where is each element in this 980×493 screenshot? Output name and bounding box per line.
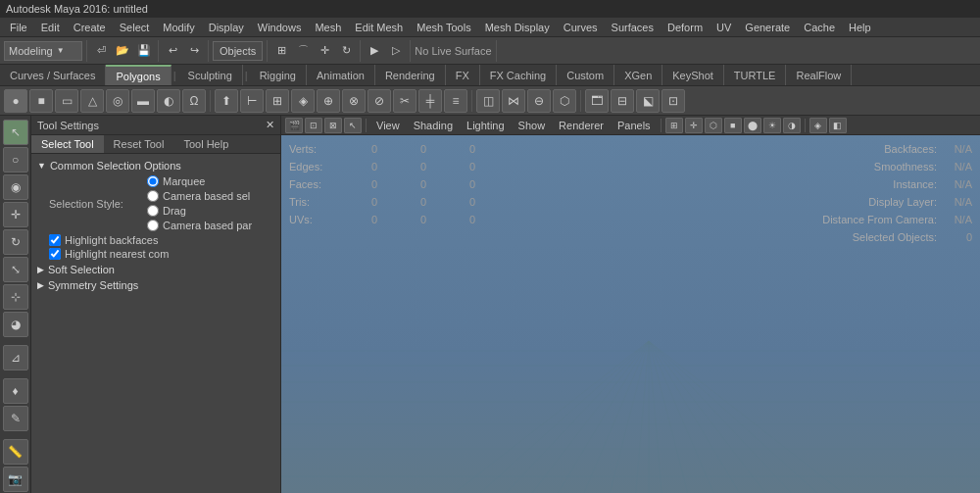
poly-cone-icon[interactable]: △ (80, 89, 104, 113)
menu-mesh[interactable]: Mesh (309, 20, 347, 35)
radio-marquee[interactable]: Marquee (147, 175, 252, 187)
ts-tab-select-tool[interactable]: Select Tool (31, 135, 104, 153)
uv-editor-icon[interactable]: 🗔 (585, 89, 609, 113)
paint-select-icon[interactable]: ◉ (3, 174, 28, 200)
poly-plane-icon[interactable]: ▬ (131, 89, 155, 113)
measure-icon[interactable]: 📏 (3, 439, 28, 465)
radio-marquee-input[interactable] (147, 175, 159, 187)
camera-icon[interactable]: 📷 (3, 467, 28, 492)
menu-curves[interactable]: Curves (558, 20, 604, 35)
soft-selection-header[interactable]: ▶ Soft Selection (37, 264, 274, 275)
vp-shaded-icon[interactable]: ■ (724, 118, 742, 133)
radio-camera-based-sel-input[interactable] (147, 190, 159, 202)
vp-lights-icon[interactable]: ☀ (763, 118, 781, 133)
ipr-render-icon[interactable]: ▷ (386, 41, 406, 61)
radio-camera-based-par-input[interactable] (147, 220, 159, 231)
menu-windows[interactable]: Windows (252, 20, 308, 35)
poly-sphere-icon[interactable]: ● (4, 89, 27, 113)
boolean-icon[interactable]: ⊖ (527, 89, 551, 113)
append-poly-icon[interactable]: ⊞ (266, 89, 289, 113)
radio-drag-input[interactable] (147, 205, 159, 217)
vp-hud-icon[interactable]: ◧ (829, 118, 847, 133)
tab-custom[interactable]: Custom (557, 65, 614, 85)
move-icon[interactable]: ✛ (315, 41, 334, 61)
rotate-tool-icon[interactable]: ↻ (3, 229, 28, 255)
merge-icon[interactable]: ⊕ (317, 89, 340, 113)
vp-shadows-icon[interactable]: ◑ (783, 118, 801, 133)
tool-settings-close-icon[interactable]: ✕ (266, 119, 274, 131)
tab-rendering[interactable]: Rendering (375, 65, 446, 85)
menu-deform[interactable]: Deform (662, 20, 709, 35)
snap-curve-icon[interactable]: ⌒ (293, 41, 313, 61)
undo-icon[interactable]: ↩ (163, 41, 182, 61)
uv-layout-icon[interactable]: ⊟ (611, 89, 634, 113)
vp-snap-icon[interactable]: ✛ (685, 118, 703, 133)
vp-menu-lighting[interactable]: Lighting (461, 118, 511, 133)
menu-select[interactable]: Select (114, 20, 156, 35)
vp-menu-show[interactable]: Show (513, 118, 552, 133)
menu-create[interactable]: Create (68, 20, 112, 35)
mirror-cut-icon[interactable]: ◫ (476, 89, 500, 113)
vp-wireframe-icon[interactable]: ⬡ (705, 118, 722, 133)
checkbox-highlight-backfaces-input[interactable] (49, 234, 61, 246)
extrude-icon[interactable]: ⬆ (215, 89, 238, 113)
poly-cylinder-icon[interactable]: ▭ (55, 89, 78, 113)
common-selection-section-header[interactable]: ▼ Common Selection Options (37, 160, 274, 172)
save-file-icon[interactable]: 💾 (134, 41, 154, 61)
redo-icon[interactable]: ↪ (184, 41, 204, 61)
tab-fx[interactable]: FX (446, 65, 480, 85)
symmetry-settings-header[interactable]: ▶ Symmetry Settings (37, 279, 274, 291)
smooth-icon[interactable]: ⬡ (553, 89, 576, 113)
vp-select-icon[interactable]: ↖ (344, 118, 362, 133)
mode-selector[interactable]: Modeling ▼ (4, 41, 82, 61)
vp-menu-renderer[interactable]: Renderer (553, 118, 610, 133)
poly-torus-icon[interactable]: ◎ (106, 89, 129, 113)
menu-mesh-tools[interactable]: Mesh Tools (411, 20, 476, 35)
combine-icon[interactable]: ⊗ (342, 89, 366, 113)
lasso-icon[interactable]: ○ (3, 147, 28, 173)
split-poly-icon[interactable]: ✂ (393, 89, 416, 113)
poly-disk-icon[interactable]: ◐ (157, 89, 180, 113)
tab-curves-surfaces[interactable]: Curves / Surfaces (0, 65, 106, 85)
uv-map-icon[interactable]: ⊡ (662, 89, 685, 113)
snap-grid-icon[interactable]: ⊞ (271, 41, 291, 61)
ts-tab-tool-help[interactable]: Tool Help (173, 135, 238, 153)
bevel-icon[interactable]: ◈ (291, 89, 315, 113)
tab-fx-caching[interactable]: FX Caching (480, 65, 557, 85)
vp-camera-icon[interactable]: 🎬 (285, 118, 303, 133)
menu-surfaces[interactable]: Surfaces (606, 20, 660, 35)
menu-display[interactable]: Display (203, 20, 250, 35)
mirror-icon[interactable]: ⋈ (502, 89, 525, 113)
checkbox-highlight-nearest[interactable]: Highlight nearest com (37, 248, 274, 260)
universal-tool-icon[interactable]: ⊹ (3, 284, 28, 310)
soft-mod-tool-icon[interactable]: ◕ (3, 312, 28, 337)
checkbox-highlight-backfaces[interactable]: Highlight backfaces (37, 234, 274, 246)
tab-realflow[interactable]: RealFlow (786, 65, 852, 85)
sculpt-icon[interactable]: ✎ (3, 406, 28, 431)
offset-edge-icon[interactable]: ≡ (444, 89, 467, 113)
tab-animation[interactable]: Animation (307, 65, 375, 85)
viewport[interactable]: 🎬 ⊡ ⊠ ↖ View Shading Lighting Show Rende… (281, 116, 980, 493)
uv-unfold-icon[interactable]: ⬕ (636, 89, 660, 113)
menu-modify[interactable]: Modify (157, 20, 200, 35)
checkbox-highlight-nearest-input[interactable] (49, 248, 61, 260)
radio-drag[interactable]: Drag (147, 205, 252, 217)
vp-isolate-icon[interactable]: ◈ (809, 118, 827, 133)
menu-file[interactable]: File (4, 20, 33, 35)
bridge-icon[interactable]: ⊢ (240, 89, 264, 113)
menu-edit-mesh[interactable]: Edit Mesh (349, 20, 409, 35)
menu-cache[interactable]: Cache (798, 20, 841, 35)
poly-helix-icon[interactable]: Ω (182, 89, 206, 113)
vp-menu-panels[interactable]: Panels (612, 118, 657, 133)
vp-grid-icon[interactable]: ⊞ (665, 118, 683, 133)
tab-polygons[interactable]: Polygons (106, 65, 171, 85)
new-file-icon[interactable]: ⏎ (91, 41, 111, 61)
menu-mesh-display[interactable]: Mesh Display (479, 20, 556, 35)
tab-turtle[interactable]: TURTLE (724, 65, 787, 85)
select-tool-icon[interactable]: ↖ (3, 120, 28, 145)
radio-camera-based-par[interactable]: Camera based par (147, 220, 252, 231)
insert-edge-loop-icon[interactable]: ╪ (418, 89, 442, 113)
tab-xgen[interactable]: XGen (614, 65, 662, 85)
vp-menu-view[interactable]: View (370, 118, 406, 133)
menu-help[interactable]: Help (843, 20, 877, 35)
